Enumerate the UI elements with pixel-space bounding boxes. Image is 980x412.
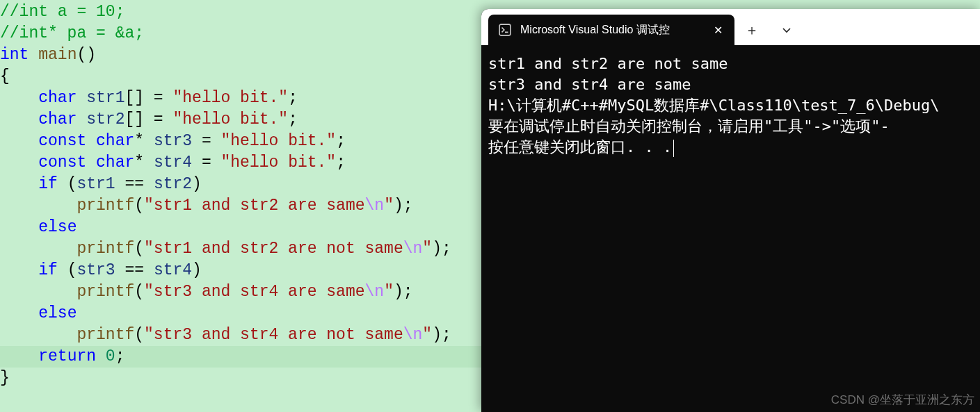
keyword-if: if [38,175,58,193]
new-tab-button[interactable]: ＋ [734,15,769,45]
keyword-int: int [0,46,29,64]
cursor-icon [673,140,674,157]
output-msg: 按任意键关闭此窗口. . . [488,137,973,158]
var-str3: str3 [144,132,192,150]
func-printf: printf [77,283,134,301]
escape-newline: \n [403,240,423,258]
terminal-titlebar: Microsoft Visual Studio 调试控 ✕ ＋ [481,9,980,45]
open-brace: { [0,67,10,85]
string-literal: "hello bit." [172,110,288,129]
svg-rect-0 [499,24,511,35]
keyword-char: char [96,154,134,172]
keyword-char: char [38,89,77,107]
var-str1: str1 [77,89,124,107]
code-editor[interactable]: //int a = 10; //int* pa = &a; int main()… [0,0,481,412]
output-line: str3 and str4 are same [488,74,973,95]
output-path: H:\计算机#C++#MySQL数据库#\Class110\test_7_6\D… [488,95,973,116]
close-brace: } [0,369,10,387]
keyword-char: char [96,132,134,150]
keyword-if: if [38,261,58,279]
terminal-window: Microsoft Visual Studio 调试控 ✕ ＋ str1 and… [481,9,980,412]
close-icon[interactable]: ✕ [711,24,725,37]
tab-dropdown-button[interactable] [769,15,804,45]
func-printf: printf [77,240,134,258]
func-main: main [29,46,77,64]
var-str2: str2 [77,110,124,129]
parens: () [77,46,96,64]
code-comment: //int a = 10; [0,3,124,21]
escape-newline: \n [403,326,423,344]
string-literal: "hello bit." [172,89,288,107]
keyword-else: else [38,304,77,322]
output-line: str1 and str2 are not same [488,53,973,74]
watermark-text: CSDN @坐落于亚洲之东方 [831,392,974,408]
terminal-output[interactable]: str1 and str2 are not same str3 and str4… [481,45,980,166]
var-str4: str4 [144,154,192,172]
tab-title: Microsoft Visual Studio 调试控 [520,23,702,38]
number-zero: 0 [106,347,115,365]
string-literal: "hello bit." [221,132,337,150]
func-printf: printf [77,197,134,215]
func-printf: printf [77,326,134,344]
keyword-else: else [38,218,77,236]
terminal-tab[interactable]: Microsoft Visual Studio 调试控 ✕ [488,15,734,45]
keyword-char: char [38,110,77,129]
keyword-const: const [38,154,86,172]
string-literal: "hello bit." [221,154,337,172]
output-msg: 要在调试停止时自动关闭控制台，请启用"工具"->"选项"- [488,116,973,137]
escape-newline: \n [365,283,385,301]
code-comment: //int* pa = &a; [0,24,144,42]
escape-newline: \n [365,197,385,215]
terminal-icon [498,23,512,37]
keyword-return: return [38,347,96,365]
keyword-const: const [38,132,86,150]
